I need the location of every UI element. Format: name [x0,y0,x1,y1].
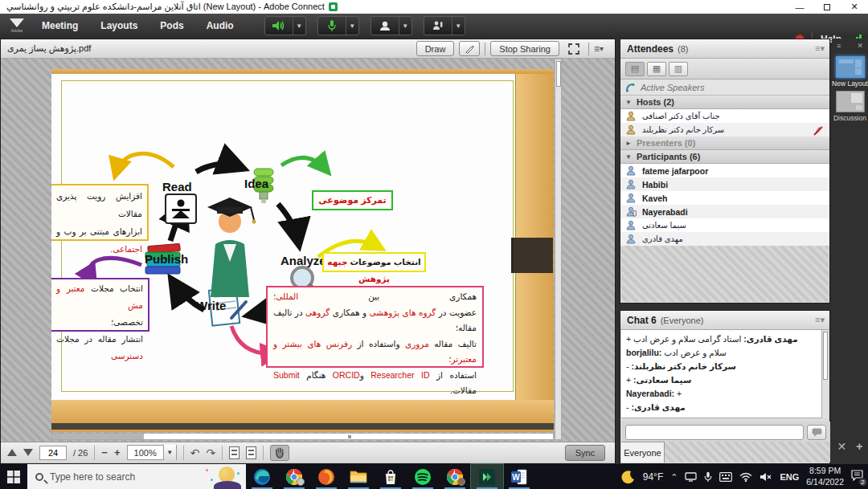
google-chrome-2-icon[interactable] [439,464,471,489]
menu-pods[interactable]: Pods [149,14,194,38]
breakout-view-icon[interactable]: ▦ [647,62,666,76]
send-message-button[interactable] [807,425,826,440]
slide-bottom-line [51,430,554,432]
vertical-scrollbar[interactable] [555,59,562,440]
raise-hand-dropdown[interactable]: ▼ [452,17,465,35]
attendee-row[interactable]: Nayerabadi [620,205,829,218]
menu-audio[interactable]: Audio [195,14,245,38]
zoom-level-value: 100% [128,448,163,458]
chat-pod-menu-icon[interactable]: ≡▾ [815,315,825,325]
file-explorer-icon[interactable] [342,464,375,489]
microphone-tray-icon[interactable] [704,471,712,483]
weather-moon-icon[interactable] [621,470,636,484]
language-indicator[interactable]: ENG [780,472,799,482]
next-page-button[interactable] [23,449,33,456]
attendee-row[interactable]: Kaveh [620,191,829,205]
speaker-control[interactable]: ▼ [264,16,306,35]
microsoft-word-icon[interactable]: W [503,464,535,489]
close-button[interactable]: ✕ [841,0,868,14]
raise-hand-control[interactable]: ▼ [424,16,465,35]
pod-close-icon[interactable]: ✕ [837,440,847,453]
maximize-button[interactable] [813,0,841,14]
attendee-row[interactable]: جناب آقای دکتر اصنافی [620,109,829,123]
wifi-icon[interactable] [739,472,752,482]
menu-layouts[interactable]: Layouts [89,14,149,38]
participants-group-header[interactable]: ▼ Participants (6) [620,150,829,164]
chat-tab-everyone[interactable]: Everyone [621,442,665,463]
page-number-input[interactable] [39,446,67,460]
horizontal-scrollbar[interactable] [51,433,554,440]
attendee-row[interactable]: fateme jafarpoor [620,164,829,177]
adobe-connect-taskbar-icon[interactable] [471,464,503,489]
minimize-button[interactable]: — [786,0,813,14]
chat-sender: borjalilu: [626,348,661,357]
menu-meeting[interactable]: Meeting [31,14,89,38]
layouts-menu-icon[interactable]: ≡ [837,42,841,50]
microsoft-store-icon[interactable] [375,464,407,489]
layouts-close-icon[interactable]: ✕ [857,42,863,50]
vertical-scrollbar-thumb[interactable] [556,61,561,87]
hidden-icons-chevron[interactable]: ⌃ [670,472,678,483]
hand-tool-button[interactable] [270,445,289,461]
volume-muted-icon[interactable] [760,472,772,482]
microphone-icon[interactable] [318,17,346,35]
share-pod-menu-icon[interactable]: ≡▾ [594,43,604,55]
attendee-row[interactable]: مهدی قادری [620,232,829,246]
webcam-control[interactable]: ▼ [371,16,412,35]
chat-message-input[interactable] [625,425,804,440]
attendee-row[interactable]: سیما سعادتی [620,218,829,232]
tray-date: 6/14/2022 [806,477,844,487]
attendees-pod-menu-icon[interactable]: ≡▾ [815,43,825,54]
document-viewport[interactable]: Read Idea Analyze Write Publish افزایش ر… [1,59,615,442]
raise-hand-icon[interactable] [424,17,452,35]
microphone-control[interactable]: ▼ [317,16,359,35]
hosts-group-header[interactable]: ▼ Hosts (2) [620,96,829,109]
notification-center-icon[interactable]: 2 [851,470,863,484]
start-button[interactable] [0,464,27,489]
undo-button[interactable]: ↶ [190,446,200,459]
microphone-dropdown[interactable]: ▼ [346,17,358,35]
zoom-out-button[interactable]: − [101,446,108,458]
layout-thumbnail-discussion[interactable] [836,91,865,112]
fit-page-button[interactable] [229,446,240,459]
zoom-level-select[interactable]: 100% ▼ [127,445,177,460]
adobe-logo-icon[interactable]: Adobe [3,15,31,36]
previous-page-button[interactable] [7,449,17,456]
input-indicator-icon[interactable] [719,472,732,482]
horizontal-scrollbar-thumb[interactable] [52,434,144,439]
google-chrome-icon[interactable] [278,464,310,489]
clock[interactable]: 8:59 PM 6/14/2022 [806,466,844,487]
draw-button[interactable]: Draw [416,41,455,56]
typing-indicator: Habibi is typing... [626,416,819,418]
weather-temperature[interactable]: 94°F [643,471,663,483]
fullscreen-button[interactable] [564,41,583,56]
attendee-row[interactable]: Habibi [620,177,829,191]
fit-width-button[interactable] [246,446,256,459]
callout-journals: انتخاب مجلات معتبر و مشتخصصی؛انتشار مقال… [51,278,149,332]
zoom-dropdown-icon[interactable]: ▼ [163,445,176,460]
firefox-icon[interactable] [310,464,342,489]
stop-sharing-button[interactable]: Stop Sharing [490,41,559,56]
redo-button[interactable]: ↷ [206,446,215,459]
pod-add-icon[interactable]: + [856,440,862,453]
chat-scrollbar[interactable] [821,330,829,418]
speaker-dropdown[interactable]: ▼ [293,17,305,35]
webcam-icon[interactable] [371,17,399,35]
taskbar-search-input[interactable]: Type here to search [27,464,246,489]
speaker-icon[interactable] [265,17,293,35]
attendee-list-view-icon[interactable]: ▤ [625,62,645,76]
status-view-icon[interactable]: ▥ [669,62,688,76]
microsoft-edge-icon[interactable] [246,464,278,489]
zoom-in-button[interactable]: + [114,446,121,458]
layout-thumbnail-new-layout[interactable] [836,56,865,78]
chat-scrollbar-thumb[interactable] [823,332,828,380]
mic-blocked-icon [813,124,823,139]
spotify-icon[interactable] [407,464,439,489]
meet-now-icon[interactable] [685,472,697,482]
presenters-group-header[interactable]: ► Presenters (0) [620,137,829,150]
attendee-row[interactable]: سرکار خانم دکتر نظربلند [620,123,829,137]
pointer-tool-button[interactable] [459,41,480,56]
person-icon [626,179,637,189]
sync-button[interactable]: Sync [565,445,605,461]
webcam-dropdown[interactable]: ▼ [399,17,411,35]
